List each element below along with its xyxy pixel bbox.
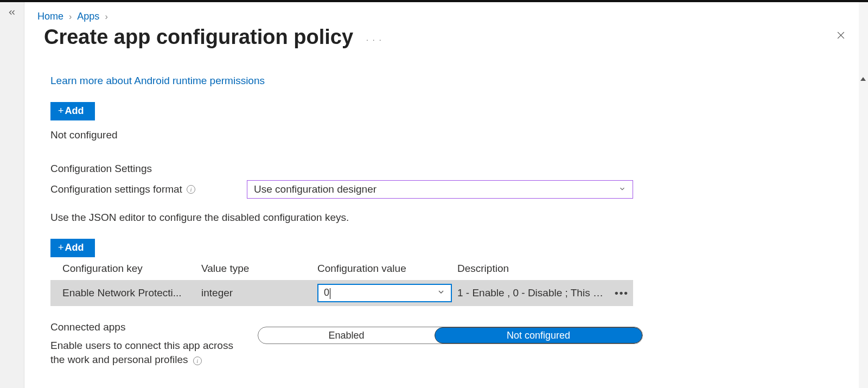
- breadcrumb-home[interactable]: Home: [37, 11, 63, 22]
- col-config-key: Configuration key: [62, 263, 201, 275]
- connected-apps-desc: Enable users to connect this app across …: [50, 340, 233, 365]
- chevron-right-icon: ›: [105, 12, 107, 22]
- cell-value-type: integer: [201, 287, 317, 299]
- check-icon: [437, 287, 445, 299]
- plus-icon: +: [58, 105, 64, 117]
- more-actions-button[interactable]: · · ·: [366, 35, 382, 44]
- config-table: Configuration key Value type Configurati…: [50, 257, 633, 306]
- plus-icon: +: [58, 242, 64, 253]
- breadcrumb-apps[interactable]: Apps: [77, 11, 99, 22]
- chevron-right-icon: ›: [69, 12, 72, 22]
- config-value-input[interactable]: 0: [317, 284, 452, 302]
- config-helper-text: Use the JSON editor to configure the dis…: [50, 212, 665, 224]
- add-permission-button[interactable]: +Add: [50, 102, 95, 120]
- cell-description: 1 - Enable , 0 - Disable ; This se...: [457, 287, 610, 299]
- config-settings-heading: Configuration Settings: [50, 163, 665, 175]
- page-title: Create app configuration policy: [44, 26, 353, 49]
- config-format-value: Use configuration designer: [254, 183, 376, 195]
- vertical-scrollbar[interactable]: [859, 2, 868, 388]
- table-header: Configuration key Value type Configurati…: [50, 257, 633, 280]
- toggle-option-not-configured[interactable]: Not configured: [435, 327, 642, 344]
- config-format-label: Configuration settings format: [50, 183, 182, 195]
- breadcrumb: Home › Apps ›: [24, 2, 868, 26]
- config-format-select[interactable]: Use configuration designer: [247, 180, 633, 199]
- table-row: Enable Network Protecti... integer 0 1 -…: [50, 280, 633, 306]
- connected-apps-toggle[interactable]: Enabled Not configured: [258, 327, 643, 344]
- scroll-up-icon: [860, 77, 866, 81]
- permissions-status: Not configured: [50, 129, 665, 141]
- chevron-down-icon: [618, 183, 626, 195]
- col-description: Description: [457, 263, 633, 275]
- info-icon[interactable]: i: [187, 185, 195, 194]
- collapsed-sidebar[interactable]: [0, 2, 24, 388]
- connected-apps-heading: Connected apps: [50, 321, 235, 333]
- close-icon: [835, 30, 846, 41]
- toggle-option-enabled[interactable]: Enabled: [258, 327, 435, 344]
- main-panel: Home › Apps › Create app configuration p…: [24, 2, 868, 388]
- close-button[interactable]: [835, 30, 846, 43]
- col-config-value: Configuration value: [317, 263, 457, 275]
- cell-config-key: Enable Network Protecti...: [62, 287, 201, 299]
- expand-sidebar-icon[interactable]: [7, 10, 17, 19]
- row-actions-button[interactable]: •••: [610, 287, 633, 299]
- add-config-key-button[interactable]: +Add: [50, 239, 95, 257]
- col-value-type: Value type: [201, 263, 317, 275]
- learn-more-link[interactable]: Learn more about Android runtime permiss…: [50, 75, 265, 87]
- info-icon[interactable]: i: [193, 357, 202, 365]
